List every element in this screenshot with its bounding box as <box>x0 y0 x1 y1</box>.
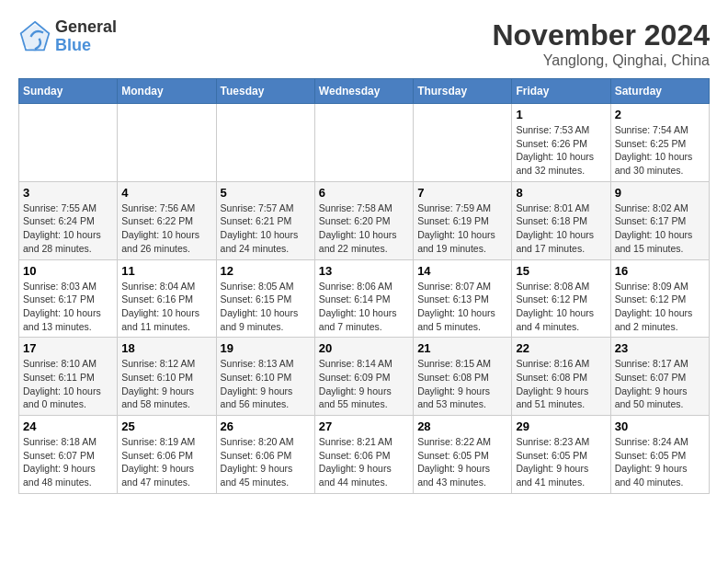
day-number: 14 <box>417 264 507 278</box>
logo-line2: Blue <box>55 37 117 55</box>
day-info: Sunrise: 8:05 AM Sunset: 6:15 PM Dayligh… <box>221 280 311 334</box>
page-title: November 2024 <box>492 18 710 52</box>
calendar-table: SundayMondayTuesdayWednesdayThursdayFrid… <box>18 78 710 494</box>
day-number: 21 <box>417 341 507 355</box>
day-number: 24 <box>23 419 113 433</box>
day-info: Sunrise: 8:09 AM Sunset: 6:12 PM Dayligh… <box>615 280 705 334</box>
day-number: 11 <box>121 264 211 278</box>
logo-icon <box>18 20 51 53</box>
calendar-week-5: 24Sunrise: 8:18 AM Sunset: 6:07 PM Dayli… <box>19 416 710 494</box>
logo-line1: General <box>55 18 117 37</box>
day-number: 1 <box>516 108 606 121</box>
title-block: November 2024 Yanglong, Qinghai, China <box>492 18 710 69</box>
day-info: Sunrise: 8:13 AM Sunset: 6:10 PM Dayligh… <box>221 357 311 411</box>
calendar-cell <box>414 104 512 182</box>
weekday-header-tuesday: Tuesday <box>216 79 314 104</box>
weekday-header-thursday: Thursday <box>414 79 512 104</box>
calendar-cell: 12Sunrise: 8:05 AM Sunset: 6:15 PM Dayli… <box>216 259 314 338</box>
calendar-body: 1Sunrise: 7:53 AM Sunset: 6:26 PM Daylig… <box>19 104 710 494</box>
calendar-cell: 14Sunrise: 8:07 AM Sunset: 6:13 PM Dayli… <box>414 259 512 338</box>
calendar-header: SundayMondayTuesdayWednesdayThursdayFrid… <box>19 79 710 104</box>
page-subtitle: Yanglong, Qinghai, China <box>492 52 710 69</box>
weekday-header-monday: Monday <box>118 79 216 104</box>
day-info: Sunrise: 8:03 AM Sunset: 6:17 PM Dayligh… <box>23 280 113 334</box>
day-info: Sunrise: 8:19 AM Sunset: 6:06 PM Dayligh… <box>121 435 211 489</box>
calendar-cell: 17Sunrise: 8:10 AM Sunset: 6:11 PM Dayli… <box>19 338 118 416</box>
calendar-cell: 15Sunrise: 8:08 AM Sunset: 6:12 PM Dayli… <box>512 259 610 338</box>
calendar-cell: 24Sunrise: 8:18 AM Sunset: 6:07 PM Dayli… <box>19 416 118 494</box>
calendar-cell: 4Sunrise: 7:56 AM Sunset: 6:22 PM Daylig… <box>118 181 216 259</box>
day-info: Sunrise: 7:56 AM Sunset: 6:22 PM Dayligh… <box>121 201 211 256</box>
day-number: 12 <box>221 264 311 278</box>
day-number: 19 <box>221 341 311 355</box>
day-info: Sunrise: 8:12 AM Sunset: 6:10 PM Dayligh… <box>121 357 211 411</box>
weekday-header-saturday: Saturday <box>610 79 709 104</box>
calendar-cell: 1Sunrise: 7:53 AM Sunset: 6:26 PM Daylig… <box>512 104 610 182</box>
calendar-cell: 7Sunrise: 7:59 AM Sunset: 6:19 PM Daylig… <box>414 181 512 259</box>
day-number: 16 <box>615 264 705 278</box>
day-number: 25 <box>121 419 211 433</box>
day-info: Sunrise: 7:53 AM Sunset: 6:26 PM Dayligh… <box>516 123 606 178</box>
calendar-cell: 5Sunrise: 7:57 AM Sunset: 6:21 PM Daylig… <box>216 181 314 259</box>
calendar-cell: 10Sunrise: 8:03 AM Sunset: 6:17 PM Dayli… <box>19 259 118 338</box>
logo: General Blue <box>18 18 117 55</box>
calendar-cell <box>314 104 413 182</box>
day-number: 27 <box>319 419 409 433</box>
calendar-cell: 27Sunrise: 8:21 AM Sunset: 6:06 PM Dayli… <box>314 416 413 494</box>
day-number: 8 <box>516 186 606 200</box>
calendar-cell: 28Sunrise: 8:22 AM Sunset: 6:05 PM Dayli… <box>414 416 512 494</box>
day-info: Sunrise: 8:01 AM Sunset: 6:18 PM Dayligh… <box>516 201 606 256</box>
day-number: 23 <box>615 341 705 355</box>
day-number: 6 <box>319 186 409 200</box>
calendar-cell: 6Sunrise: 7:58 AM Sunset: 6:20 PM Daylig… <box>314 181 413 259</box>
day-info: Sunrise: 7:58 AM Sunset: 6:20 PM Dayligh… <box>319 201 409 256</box>
day-number: 10 <box>23 264 113 278</box>
day-number: 30 <box>615 419 705 433</box>
day-info: Sunrise: 7:54 AM Sunset: 6:25 PM Dayligh… <box>615 123 705 178</box>
calendar-cell <box>19 104 118 182</box>
calendar-cell: 3Sunrise: 7:55 AM Sunset: 6:24 PM Daylig… <box>19 181 118 259</box>
day-info: Sunrise: 8:23 AM Sunset: 6:05 PM Dayligh… <box>516 435 606 489</box>
calendar-cell: 2Sunrise: 7:54 AM Sunset: 6:25 PM Daylig… <box>610 104 709 182</box>
calendar-week-1: 1Sunrise: 7:53 AM Sunset: 6:26 PM Daylig… <box>19 104 710 182</box>
calendar-cell: 18Sunrise: 8:12 AM Sunset: 6:10 PM Dayli… <box>118 338 216 416</box>
calendar-cell: 23Sunrise: 8:17 AM Sunset: 6:07 PM Dayli… <box>610 338 709 416</box>
day-number: 29 <box>516 419 606 433</box>
calendar-cell: 13Sunrise: 8:06 AM Sunset: 6:14 PM Dayli… <box>314 259 413 338</box>
day-info: Sunrise: 8:10 AM Sunset: 6:11 PM Dayligh… <box>23 357 113 411</box>
page-header: General Blue November 2024 Yanglong, Qin… <box>18 18 710 69</box>
calendar-cell <box>118 104 216 182</box>
day-info: Sunrise: 8:14 AM Sunset: 6:09 PM Dayligh… <box>319 357 409 411</box>
calendar-cell: 21Sunrise: 8:15 AM Sunset: 6:08 PM Dayli… <box>414 338 512 416</box>
calendar-cell: 8Sunrise: 8:01 AM Sunset: 6:18 PM Daylig… <box>512 181 610 259</box>
day-number: 2 <box>615 108 705 121</box>
day-info: Sunrise: 8:06 AM Sunset: 6:14 PM Dayligh… <box>319 280 409 334</box>
day-number: 13 <box>319 264 409 278</box>
calendar-cell: 9Sunrise: 8:02 AM Sunset: 6:17 PM Daylig… <box>610 181 709 259</box>
day-info: Sunrise: 8:15 AM Sunset: 6:08 PM Dayligh… <box>417 357 507 411</box>
calendar-cell: 29Sunrise: 8:23 AM Sunset: 6:05 PM Dayli… <box>512 416 610 494</box>
logo-text: General Blue <box>55 18 117 55</box>
day-number: 7 <box>417 186 507 200</box>
day-info: Sunrise: 8:17 AM Sunset: 6:07 PM Dayligh… <box>615 357 705 411</box>
calendar-week-4: 17Sunrise: 8:10 AM Sunset: 6:11 PM Dayli… <box>19 338 710 416</box>
calendar-cell: 22Sunrise: 8:16 AM Sunset: 6:08 PM Dayli… <box>512 338 610 416</box>
day-number: 17 <box>23 341 113 355</box>
calendar-week-3: 10Sunrise: 8:03 AM Sunset: 6:17 PM Dayli… <box>19 259 710 338</box>
day-info: Sunrise: 8:04 AM Sunset: 6:16 PM Dayligh… <box>121 280 211 334</box>
calendar-cell: 20Sunrise: 8:14 AM Sunset: 6:09 PM Dayli… <box>314 338 413 416</box>
calendar-cell <box>216 104 314 182</box>
calendar-cell: 25Sunrise: 8:19 AM Sunset: 6:06 PM Dayli… <box>118 416 216 494</box>
day-number: 28 <box>417 419 507 433</box>
day-number: 4 <box>121 186 211 200</box>
calendar-cell: 30Sunrise: 8:24 AM Sunset: 6:05 PM Dayli… <box>610 416 709 494</box>
day-info: Sunrise: 8:02 AM Sunset: 6:17 PM Dayligh… <box>615 201 705 256</box>
calendar-week-2: 3Sunrise: 7:55 AM Sunset: 6:24 PM Daylig… <box>19 181 710 259</box>
day-info: Sunrise: 8:18 AM Sunset: 6:07 PM Dayligh… <box>23 435 113 489</box>
day-number: 26 <box>221 419 311 433</box>
day-number: 3 <box>23 186 113 200</box>
day-info: Sunrise: 7:59 AM Sunset: 6:19 PM Dayligh… <box>417 201 507 256</box>
day-info: Sunrise: 7:57 AM Sunset: 6:21 PM Dayligh… <box>221 201 311 256</box>
calendar-cell: 11Sunrise: 8:04 AM Sunset: 6:16 PM Dayli… <box>118 259 216 338</box>
day-info: Sunrise: 8:22 AM Sunset: 6:05 PM Dayligh… <box>417 435 507 489</box>
